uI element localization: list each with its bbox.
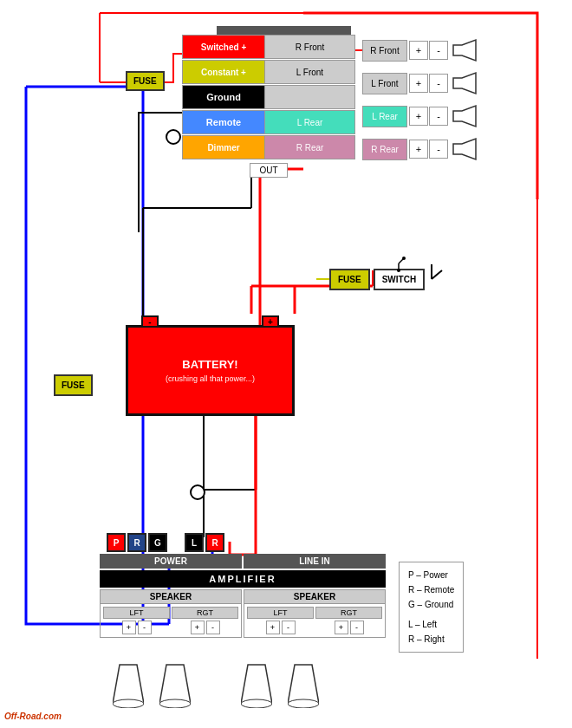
amp-section-labels: POWER LINE IN — [100, 554, 386, 569]
amp-power-label: POWER — [100, 554, 242, 569]
amp-spk-left-header: SPEAKER — [101, 590, 241, 604]
watermark: Off-Road.com — [4, 712, 62, 721]
amp-term-g: G — [148, 533, 167, 552]
svg-point-39 — [241, 699, 272, 708]
amp-spk-rgt2-terms: + - — [315, 621, 382, 634]
spk-rrear-plus: + — [409, 140, 428, 159]
amp-lft2-plus: + — [266, 621, 280, 634]
amp-spk-rgt1-terms: + - — [172, 621, 238, 634]
amp-spk-rgt2: RGT + - — [315, 607, 382, 634]
amp-spk-lft1: LFT + - — [103, 607, 170, 634]
svg-point-15 — [191, 485, 205, 499]
hu-lrear-connector: L Rear — [265, 111, 354, 133]
switch-label: SWITCH — [374, 269, 425, 290]
fuse-battery-left: FUSE — [54, 374, 93, 396]
battery-sublabel: (crushing all that power...) — [166, 374, 255, 383]
amp-rgt1-plus: + — [191, 621, 205, 634]
amp-power-terminals: P R G — [100, 533, 167, 552]
spk-rrear-minus: - — [429, 140, 448, 159]
amp-spk-lft2-terms: + - — [247, 621, 314, 634]
svg-point-35 — [113, 699, 144, 708]
amp-lft1-minus: - — [138, 621, 152, 634]
amp-term-p: P — [107, 533, 126, 552]
head-unit: Switched + R Front Constant + L Front Gr… — [182, 35, 355, 178]
spk-rrear-label: R Rear — [362, 139, 407, 160]
hu-switched-label: Switched + — [183, 36, 265, 58]
hu-dimmer-label: Dimmer — [183, 136, 265, 159]
amp-spk-lft1-label: LFT — [103, 607, 170, 619]
spk-rfront-minus: - — [429, 41, 448, 60]
amplifier: P R G L R POWER LINE IN AMPLIFIER SPEAKE… — [100, 533, 386, 638]
svg-marker-40 — [288, 665, 319, 704]
amp-spk-rgt2-label: RGT — [315, 607, 382, 619]
battery-pos-terminal: + — [262, 315, 279, 328]
hu-remote-label: Remote — [183, 111, 265, 133]
amp-spk-lft2-label: LFT — [247, 607, 314, 619]
hu-rrear-connector: R Rear — [265, 136, 354, 159]
spk-lfront-label: L Front — [362, 73, 407, 94]
spk-lrear-minus: - — [429, 107, 448, 126]
amp-terminal-row: P R G L R — [100, 533, 386, 552]
hu-out-label: OUT — [250, 163, 287, 178]
amp-spk-right-header: SPEAKER — [244, 590, 385, 604]
switch-symbol-icon — [390, 255, 407, 272]
svg-marker-28 — [453, 106, 476, 127]
amp-spk-lft1-terms: + - — [103, 621, 170, 634]
fuse-head-unit: FUSE — [126, 71, 165, 91]
svg-marker-26 — [453, 40, 476, 61]
amp-main-label: AMPLIFIER — [100, 570, 386, 588]
bottom-speaker-1-icon — [113, 660, 144, 708]
svg-marker-27 — [453, 73, 476, 94]
spk-lrear-plus: + — [409, 107, 428, 126]
svg-point-33 — [402, 257, 406, 260]
bottom-speaker-4-icon — [288, 660, 319, 708]
svg-marker-29 — [453, 139, 476, 159]
amp-spk-rgt1: RGT + - — [172, 607, 238, 634]
bottom-speaker-cones — [113, 660, 319, 708]
legend-line-0: P – Power — [408, 568, 454, 582]
fuse-switch-area: FUSE SWITCH — [329, 269, 425, 290]
hu-lfront-connector: L Front — [265, 61, 354, 83]
speaker-cone-rrear-icon — [452, 137, 479, 161]
spk-lfront-plus: + — [409, 74, 428, 93]
amp-linein-label: LINE IN — [244, 554, 386, 569]
speaker-cone-lrear-icon — [452, 104, 479, 128]
legend-line-4: L – Left — [408, 617, 454, 632]
amp-lft1-plus: + — [122, 621, 136, 634]
amp-spk-rgt1-label: RGT — [172, 607, 238, 619]
amp-speaker-left: SPEAKER LFT + - RGT + - — [100, 589, 242, 638]
battery-label: BATTERY! — [182, 358, 237, 371]
legend-line-1: R – Remote — [408, 582, 454, 597]
battery-neg-terminal: - — [141, 315, 159, 328]
hu-ground-connector — [265, 86, 354, 108]
amp-spk-left-subs: LFT + - RGT + - — [101, 604, 241, 637]
speaker-r-front: R Front + - — [362, 38, 479, 62]
speaker-cone-rfront-icon — [452, 38, 479, 62]
svg-marker-38 — [241, 665, 272, 704]
legend-line-5: R – Right — [408, 632, 454, 647]
amp-spk-right-subs: LFT + - RGT + - — [244, 604, 385, 637]
amp-speaker-sections: SPEAKER LFT + - RGT + - — [100, 589, 386, 638]
amp-lft2-minus: - — [282, 621, 296, 634]
hu-ground-label: Ground — [183, 86, 265, 108]
svg-point-14 — [166, 130, 180, 144]
svg-marker-34 — [113, 665, 144, 704]
svg-line-16 — [432, 270, 442, 279]
amp-spk-lft2: LFT + - — [247, 607, 314, 634]
legend: P – Power R – Remote G – Ground L – Left… — [399, 562, 464, 653]
svg-point-32 — [397, 269, 400, 272]
diagram-container: Switched + R Front Constant + L Front Gr… — [0, 0, 572, 728]
spk-rfront-label: R Front — [362, 40, 407, 62]
amp-rgt1-minus: - — [206, 621, 220, 634]
bottom-speaker-3-icon — [241, 660, 272, 708]
spk-lfront-minus: - — [429, 74, 448, 93]
amp-term-r: R — [127, 533, 146, 552]
amp-linein-terminals: L R — [185, 533, 224, 552]
svg-rect-22 — [217, 26, 351, 35]
amp-term-l: L — [185, 533, 204, 552]
hu-constant-label: Constant + — [183, 61, 265, 83]
svg-point-37 — [159, 699, 191, 708]
amp-term-r2: R — [205, 533, 224, 552]
battery-box: - + BATTERY! (crushing all that power...… — [126, 325, 295, 416]
spk-lrear-label: L Rear — [362, 106, 407, 127]
